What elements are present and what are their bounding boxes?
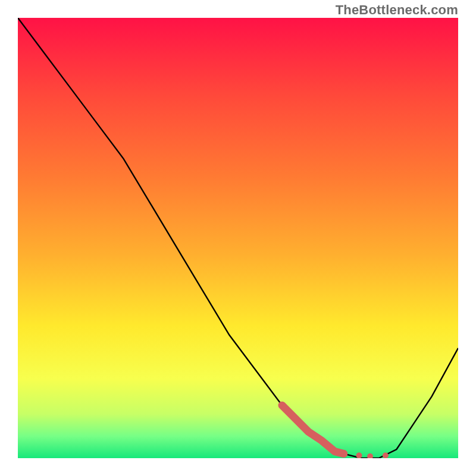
- highlight-dot: [340, 450, 347, 458]
- watermark-text: TheBottleneck.com: [336, 2, 458, 18]
- gradient-background: [18, 18, 458, 458]
- plot-area: [18, 18, 458, 458]
- chart-container: TheBottleneck.com: [0, 0, 476, 476]
- chart-svg: [18, 18, 458, 458]
